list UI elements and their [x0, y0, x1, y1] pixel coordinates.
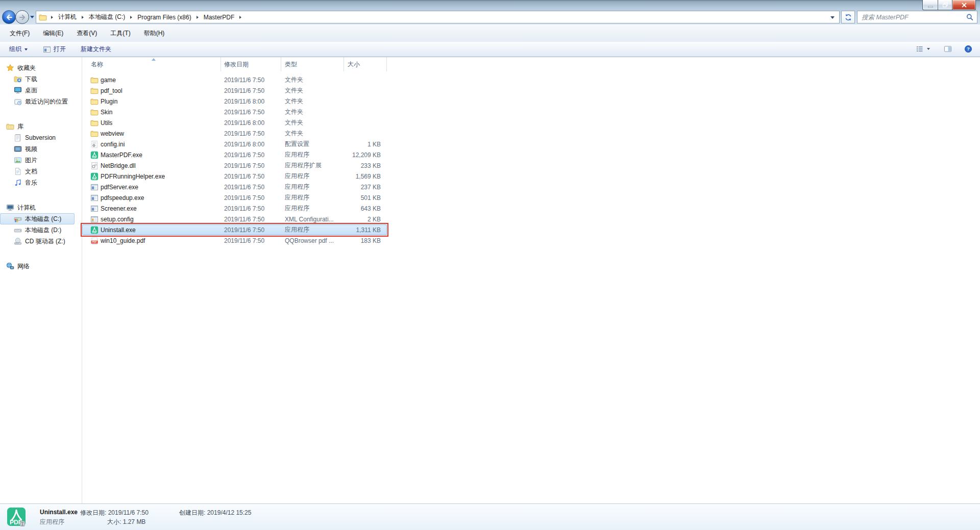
file-date-modified: 2019/11/6 7:50 [221, 216, 281, 223]
open-button[interactable]: 打开 [39, 44, 70, 55]
file-name: Plugin [101, 98, 221, 105]
sidebar-item-libraries[interactable]: 库 [0, 121, 82, 132]
sidebar-item-subversion[interactable]: Subversion [0, 132, 82, 143]
breadcrumb-arrow[interactable] [197, 16, 199, 19]
masterpdf-file-icon: PDF [6, 507, 27, 527]
menu-tools[interactable]: 工具(T) [106, 28, 135, 39]
menu-edit[interactable]: 编辑(E) [38, 28, 68, 39]
sidebar-item-favorites[interactable]: 收藏夹 [0, 62, 82, 73]
file-name: pdfspeedup.exe [101, 194, 221, 201]
breadcrumb-arrow[interactable] [51, 16, 53, 19]
details-file-name: Uninstall.exe [40, 509, 78, 516]
file-row[interactable]: PDFwin10_guide.pdf2019/11/6 7:50QQBrowse… [82, 235, 387, 246]
file-size: 1,569 KB [344, 173, 387, 180]
file-row[interactable]: Screener.exe2019/11/6 7:50应用程序643 KB [82, 203, 387, 214]
help-icon: ? [964, 45, 972, 53]
sidebar-item-computer[interactable]: 计算机 [0, 202, 82, 213]
sidebar-item-documents[interactable]: 文档 [0, 166, 82, 177]
file-date-modified: 2019/11/6 7:50 [221, 205, 281, 212]
file-size: 233 KB [344, 162, 387, 169]
help-button[interactable]: ? [964, 45, 972, 53]
file-name: MasterPDF.exe [101, 152, 221, 159]
file-row[interactable]: PDFMasterPDF.exe2019/11/6 7:50应用程序12,209… [82, 149, 387, 160]
file-type: 文件夹 [281, 86, 344, 95]
file-row[interactable]: config.ini2019/11/6 8:00配置设置1 KB [82, 139, 387, 149]
file-list: 名称修改日期类型大小 game2019/11/6 7:50文件夹pdf_tool… [82, 57, 980, 503]
sidebar-item-label: 本地磁盘 (C:) [25, 215, 61, 223]
breadcrumb-arrow[interactable] [130, 16, 132, 19]
file-row[interactable]: PDFPDFRunningHelper.exe2019/11/6 7:50应用程… [82, 171, 387, 182]
file-type: XML Configurati... [281, 216, 344, 223]
breadcrumb-segment[interactable]: 计算机 [57, 13, 78, 21]
search-box [857, 11, 977, 23]
file-name: Utils [101, 119, 221, 127]
sidebar-item-pictures[interactable]: 图片 [0, 155, 82, 166]
forward-arrow-icon [18, 13, 27, 21]
file-name: game [101, 77, 221, 84]
file-date-modified: 2019/11/6 7:50 [221, 194, 281, 201]
app-icon [90, 205, 99, 213]
masterpdf-icon: PDF [90, 151, 99, 159]
column-size-header[interactable]: 大小 [344, 57, 387, 71]
column-type-header[interactable]: 类型 [281, 57, 344, 71]
svg-text:PDF: PDF [92, 241, 97, 243]
back-arrow-icon [5, 13, 13, 21]
file-row[interactable]: game2019/11/6 7:50文件夹 [82, 74, 387, 85]
sort-ascending-icon [152, 58, 156, 61]
search-input[interactable] [861, 13, 966, 21]
sidebar-item-recent-places[interactable]: 最近访问的位置 [0, 96, 82, 107]
sidebar-item-network[interactable]: 网络 [0, 261, 82, 272]
file-row[interactable]: pdfspeedup.exe2019/11/6 7:50应用程序501 KB [82, 192, 387, 203]
file-row[interactable]: Utils2019/11/6 8:00文件夹 [82, 117, 387, 128]
address-dropdown-icon[interactable] [830, 16, 835, 19]
close-button[interactable] [952, 0, 976, 10]
menu-view[interactable]: 查看(V) [72, 28, 102, 39]
breadcrumb-segment[interactable]: 本地磁盘 (C:) [88, 13, 126, 21]
file-row[interactable]: Skin2019/11/6 7:50文件夹 [82, 107, 387, 117]
file-row[interactable]: pdfServer.exe2019/11/6 7:50应用程序237 KB [82, 182, 387, 192]
recent-places-icon [14, 97, 22, 106]
menu-help[interactable]: 帮助(H) [139, 28, 169, 39]
sidebar-item-music[interactable]: 音乐 [0, 177, 82, 188]
sidebar-item-desktop[interactable]: 桌面 [0, 85, 82, 96]
sidebar-item-local-disk-d[interactable]: 本地磁盘 (D:) [0, 224, 82, 236]
preview-pane-icon [944, 45, 952, 53]
navigation-pane: 收藏夹下载桌面最近访问的位置库Subversion视频图片文档音乐计算机本地磁盘… [0, 62, 82, 286]
organize-button[interactable]: 组织 [5, 44, 32, 55]
file-row[interactable]: setup.config2019/11/6 7:50XML Configurat… [82, 214, 387, 224]
nav-section: 库Subversion视频图片文档音乐 [0, 121, 82, 188]
refresh-button[interactable] [841, 11, 855, 23]
breadcrumb-segment[interactable]: MasterPDF [203, 14, 236, 21]
sidebar-item-cd-drive-z[interactable]: CD 驱动器 (Z:) [0, 236, 82, 247]
file-type: 配置设置 [281, 140, 344, 148]
breadcrumb-arrow[interactable] [239, 16, 241, 19]
file-row[interactable]: NetBridge.dll2019/11/6 7:50应用程序扩展233 KB [82, 160, 387, 171]
preview-pane-button[interactable] [944, 45, 952, 53]
sidebar-item-downloads[interactable]: 下载 [0, 73, 82, 85]
address-bar[interactable]: 计算机本地磁盘 (C:)Program Files (x86)MasterPDF [36, 11, 840, 23]
open-label: 打开 [54, 45, 66, 54]
nav-section: 收藏夹下载桌面最近访问的位置 [0, 62, 82, 107]
masterpdf-icon: PDF [90, 172, 99, 181]
breadcrumb-segment[interactable]: Program Files (x86) [136, 14, 192, 21]
back-button[interactable] [2, 10, 16, 24]
history-dropdown[interactable] [30, 16, 34, 18]
sidebar-item-videos[interactable]: 视频 [0, 143, 82, 155]
documents-icon [14, 167, 22, 175]
forward-button[interactable] [15, 10, 29, 24]
column-date-modified-header[interactable]: 修改日期 [221, 57, 281, 71]
folder-icon [90, 87, 99, 95]
views-button[interactable] [916, 45, 930, 53]
file-row[interactable]: PDFUninstall.exe2019/11/6 7:50应用程序1,311 … [82, 224, 387, 235]
breadcrumb-arrow[interactable] [82, 16, 84, 19]
file-name: config.ini [101, 141, 221, 148]
new-folder-button[interactable]: 新建文件夹 [77, 44, 115, 55]
search-icon[interactable] [966, 13, 974, 21]
sidebar-item-local-disk-c[interactable]: 本地磁盘 (C:) [0, 213, 75, 224]
minimize-button[interactable] [922, 0, 938, 10]
restore-button[interactable] [938, 0, 952, 10]
file-row[interactable]: pdf_tool2019/11/6 7:50文件夹 [82, 85, 387, 96]
file-row[interactable]: Plugin2019/11/6 8:00文件夹 [82, 96, 387, 107]
file-row[interactable]: webview2019/11/6 7:50文件夹 [82, 128, 387, 139]
menu-file[interactable]: 文件(F) [5, 28, 34, 39]
